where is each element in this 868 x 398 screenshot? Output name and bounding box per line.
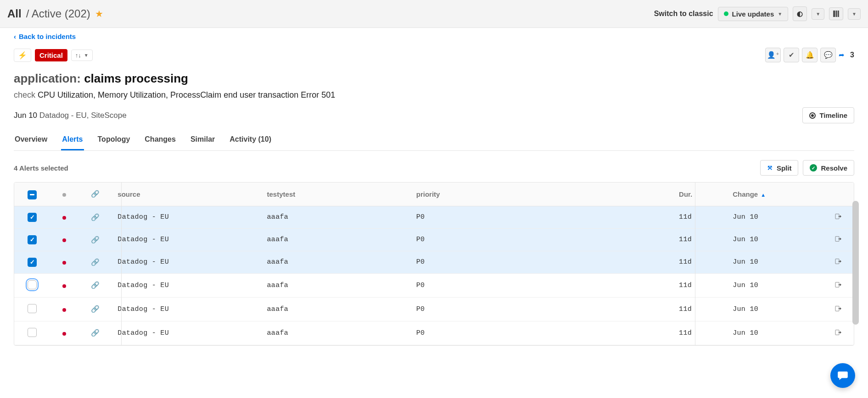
- alerts-action-bar: 4 Alerts selected ⤲ Split ✓ Resolve: [14, 160, 854, 176]
- theme-button[interactable]: ◐: [793, 6, 807, 21]
- table-row[interactable]: 🔗Datadog - EUaaafaP011dJun 10: [14, 321, 854, 345]
- row-open-button[interactable]: [823, 297, 854, 321]
- link-icon[interactable]: 🔗: [91, 258, 100, 266]
- table-row[interactable]: 🔗Datadog - EUaaafaP011dJun 10: [14, 273, 854, 297]
- share-arrow-icon: ➦: [839, 51, 845, 59]
- cell-change: Jun 10: [727, 228, 823, 251]
- back-to-incidents-link[interactable]: ‹ Back to incidents: [14, 33, 76, 40]
- tabs: Overview Alerts Topology Changes Similar…: [14, 135, 854, 151]
- comment-button[interactable]: 💬: [820, 48, 836, 62]
- timeline-button[interactable]: Timeline: [802, 107, 854, 123]
- col-header-source[interactable]: source: [112, 182, 261, 206]
- column-divider: [121, 182, 122, 345]
- breadcrumb-root[interactable]: All: [7, 7, 22, 20]
- select-all-checkbox[interactable]: [28, 190, 37, 199]
- link-icon[interactable]: 🔗: [91, 281, 100, 289]
- acknowledge-button[interactable]: ✔: [784, 48, 799, 62]
- col-header-testy[interactable]: testytest: [262, 182, 411, 206]
- cell-testy: aaafa: [262, 206, 411, 228]
- link-icon[interactable]: 🔗: [91, 236, 100, 243]
- tab-topology[interactable]: Topology: [97, 135, 131, 150]
- split-button[interactable]: ⤲ Split: [760, 160, 799, 176]
- severity-badge[interactable]: Critical: [35, 49, 67, 61]
- theme-menu-button[interactable]: ▼: [812, 8, 824, 20]
- link-icon[interactable]: 🔗: [91, 305, 100, 313]
- top-right-controls: Switch to classic Live updates ▼ ◐ ▼ ▼: [654, 6, 861, 21]
- row-checkbox[interactable]: [28, 235, 37, 244]
- live-updates-label: Live updates: [732, 10, 774, 18]
- link-icon: 🔗: [91, 190, 100, 198]
- incident-title-key: application:: [14, 72, 84, 85]
- row-open-button[interactable]: [823, 321, 854, 345]
- notifications-button[interactable]: 🔔: [802, 48, 818, 62]
- alerts-table: 🔗 source testytest priority Dur. Change▲…: [14, 182, 854, 345]
- tab-overview[interactable]: Overview: [14, 135, 48, 150]
- table-row[interactable]: 🔗Datadog - EUaaafaP011dJun 10: [14, 251, 854, 273]
- live-updates-toggle[interactable]: Live updates ▼: [718, 7, 789, 21]
- breadcrumb-current: / Active (202): [26, 7, 90, 20]
- col-header-duration[interactable]: Dur.: [673, 182, 727, 206]
- incident-subtitle-value: CPU Utilization, Memory Utilization, Pro…: [38, 90, 335, 100]
- selection-count: 4 Alerts selected: [14, 164, 68, 172]
- row-open-button[interactable]: [823, 206, 854, 228]
- row-open-button[interactable]: [823, 251, 854, 273]
- col-header-change[interactable]: Change▲: [727, 182, 823, 206]
- scrollbar-thumb[interactable]: [852, 201, 859, 325]
- col-header-actions: [823, 182, 854, 206]
- cell-source: Datadog - EU: [112, 228, 261, 251]
- cell-priority: P0: [411, 206, 673, 228]
- status-left: ⚡ Critical ↑↓ ▼: [14, 49, 93, 62]
- page-body: ‹ Back to incidents ⚡ Critical ↑↓ ▼ 👤⁺ ✔…: [0, 28, 868, 346]
- incident-meta: Jun 10 Datadog - EU, SiteScope: [14, 111, 127, 120]
- share-button[interactable]: ➦: [839, 48, 845, 62]
- density-menu-button[interactable]: ▼: [848, 8, 861, 20]
- cell-change: Jun 10: [727, 297, 823, 321]
- cell-priority: P0: [411, 321, 673, 345]
- link-icon[interactable]: 🔗: [91, 213, 100, 221]
- row-checkbox[interactable]: [28, 304, 37, 313]
- row-open-button[interactable]: [823, 228, 854, 251]
- link-icon[interactable]: 🔗: [91, 329, 100, 337]
- tab-alerts[interactable]: Alerts: [61, 135, 84, 150]
- record-icon: [809, 112, 816, 119]
- alert-status-dot-icon: [62, 238, 66, 242]
- col-header-checkbox[interactable]: [14, 182, 50, 206]
- resolve-button[interactable]: ✓ Resolve: [803, 160, 854, 176]
- cell-change: Jun 10: [727, 251, 823, 273]
- col-header-link[interactable]: 🔗: [78, 182, 112, 206]
- col-header-priority[interactable]: priority: [411, 182, 673, 206]
- cell-duration: 11d: [673, 297, 727, 321]
- table-row[interactable]: 🔗Datadog - EUaaafaP011dJun 10: [14, 206, 854, 228]
- incident-subtitle: check CPU Utilization, Memory Utilizatio…: [14, 90, 854, 100]
- assign-user-button[interactable]: 👤⁺: [765, 48, 781, 62]
- chevron-left-icon: ‹: [14, 33, 16, 40]
- star-icon[interactable]: ★: [95, 8, 103, 19]
- incident-title: application: claims processing: [14, 72, 854, 86]
- cell-testy: aaafa: [262, 321, 411, 345]
- breadcrumb: All / Active (202) ★: [7, 7, 103, 20]
- bulk-action-buttons: ⤲ Split ✓ Resolve: [760, 160, 854, 176]
- incident-subtitle-label: check: [14, 90, 38, 100]
- tab-activity[interactable]: Activity (10): [229, 135, 272, 150]
- tab-similar[interactable]: Similar: [190, 135, 216, 150]
- row-open-button[interactable]: [823, 273, 854, 297]
- table-row[interactable]: 🔗Datadog - EUaaafaP011dJun 10: [14, 297, 854, 321]
- alert-status-dot-icon: [62, 216, 66, 220]
- moon-icon: ◐: [797, 10, 803, 18]
- bolt-button[interactable]: ⚡: [14, 49, 31, 62]
- switch-to-classic-link[interactable]: Switch to classic: [654, 10, 713, 18]
- col-header-status[interactable]: [50, 182, 78, 206]
- share-count: 3: [850, 51, 854, 59]
- tab-changes[interactable]: Changes: [144, 135, 177, 150]
- row-checkbox[interactable]: [28, 280, 37, 289]
- sort-button[interactable]: ↑↓ ▼: [71, 50, 93, 61]
- row-checkbox[interactable]: [28, 258, 37, 267]
- cell-source: Datadog - EU: [112, 273, 261, 297]
- density-button[interactable]: [829, 7, 843, 20]
- cell-priority: P0: [411, 273, 673, 297]
- cell-testy: aaafa: [262, 273, 411, 297]
- table-row[interactable]: 🔗Datadog - EUaaafaP011dJun 10: [14, 228, 854, 251]
- row-checkbox[interactable]: [28, 213, 37, 222]
- sort-asc-icon: ▲: [761, 192, 766, 198]
- row-checkbox[interactable]: [28, 328, 37, 337]
